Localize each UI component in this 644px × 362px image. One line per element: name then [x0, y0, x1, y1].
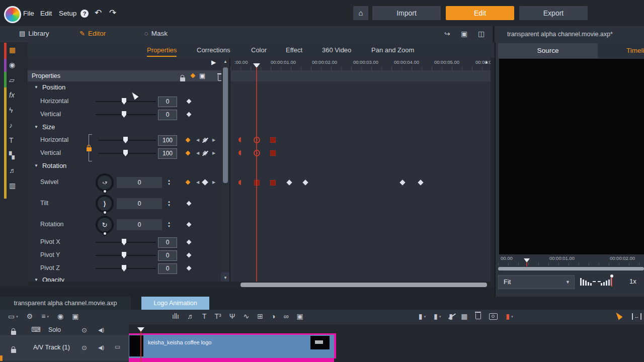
effects-icon[interactable]: fx — [9, 92, 22, 99]
size-vertical-slider[interactable] — [98, 153, 156, 154]
export-button[interactable]: Export — [519, 6, 588, 20]
zoom-mode-dropdown[interactable]: Fit ▼ — [498, 275, 575, 289]
section-size[interactable]: ▼Size — [34, 123, 55, 131]
next-keyframe-icon[interactable]: ▶ — [212, 138, 215, 142]
eye-icon[interactable]: ⊙ — [82, 344, 87, 351]
pivot-x-slider[interactable] — [96, 242, 156, 243]
section-rotation[interactable]: ▼Rotation — [34, 162, 66, 169]
position-horizontal-value[interactable]: 0 — [158, 97, 177, 107]
scorefitter-icon[interactable]: ♬ — [187, 313, 194, 320]
scrollbar-thumb[interactable] — [223, 67, 228, 183]
speaker-icon[interactable]: ◀) — [98, 327, 104, 333]
keyframe-active-icon[interactable] — [186, 138, 191, 143]
keyframe-add-icon[interactable] — [187, 240, 192, 245]
music-icon[interactable]: ♪ — [9, 122, 22, 129]
playhead-handle[interactable] — [524, 258, 530, 262]
size-link-lock-icon[interactable] — [87, 147, 92, 151]
title-editor-icon[interactable]: T — [202, 313, 207, 320]
tab-effect[interactable]: Effect — [286, 46, 302, 56]
tilt-spin-buttons[interactable]: ▴▾ — [166, 200, 173, 207]
image-icon[interactable]: ▣ — [199, 72, 205, 79]
home-button[interactable]: ⌂ — [353, 6, 368, 20]
pivot-y-value[interactable]: 0 — [158, 250, 177, 261]
lock-icon[interactable] — [11, 331, 16, 335]
keyframe-h-scrollbar[interactable] — [240, 283, 487, 287]
subtrack-icon[interactable]: ▭ — [115, 343, 120, 350]
tab-subproject[interactable]: Logo Animation — [141, 297, 209, 310]
videos-icon[interactable]: ◉ — [9, 61, 22, 68]
export-frame-icon[interactable]: ▣ — [72, 313, 78, 320]
marker-in-icon[interactable]: ▮▾ — [419, 313, 426, 320]
tab-library[interactable]: ▤ Library — [19, 30, 49, 37]
eye-icon[interactable]: ⊙ — [82, 326, 87, 334]
rotation-value[interactable]: 0 — [117, 219, 162, 230]
tab-360-video[interactable]: 360 Video — [322, 46, 351, 56]
size-horizontal-keyframe[interactable] — [238, 137, 241, 142]
swivel-dial[interactable]: ↺ — [96, 173, 114, 192]
size-vertical-keyframe[interactable] — [270, 150, 276, 156]
camera-icon[interactable] — [489, 313, 498, 320]
menu-edit[interactable]: Edit — [40, 10, 52, 17]
clip-audio-strip[interactable] — [129, 358, 334, 362]
pivot-z-slider[interactable] — [96, 268, 156, 269]
pivot-y-slider[interactable] — [96, 255, 156, 256]
speaker-icon[interactable]: ◀) — [98, 344, 104, 351]
track-display-icon[interactable]: ▭▾ — [8, 313, 18, 320]
title-3d-icon[interactable]: T³ — [215, 313, 221, 320]
help-icon[interactable]: ? — [80, 10, 89, 18]
transitions-icon[interactable]: ϟ — [9, 107, 22, 114]
prev-keyframe-icon[interactable]: ◀ — [196, 151, 199, 155]
keyboard-media-icon[interactable]: ▥ — [9, 182, 22, 189]
dual-view-icon[interactable]: ◫ — [478, 30, 485, 38]
mask-tool-icon[interactable]: ◑ — [271, 313, 275, 320]
prev-keyframe-icon[interactable]: ◀ — [196, 180, 199, 185]
keyframe-active-icon[interactable] — [186, 151, 191, 156]
prev-keyframe-icon[interactable]: ◀ — [196, 138, 199, 142]
kf-playhead[interactable] — [253, 63, 260, 282]
playback-rate[interactable]: 1x — [629, 278, 636, 285]
next-keyframe-icon[interactable]: ▶ — [212, 180, 215, 185]
tilt-value[interactable]: 0 — [117, 198, 162, 209]
blend-icon[interactable]: ∞ — [283, 313, 288, 320]
size-horizontal-slider[interactable] — [98, 140, 156, 141]
import-button[interactable]: Import — [372, 6, 441, 20]
position-horizontal-slider[interactable] — [96, 101, 156, 102]
lock-icon[interactable] — [11, 349, 16, 353]
tab-preview-timeline[interactable]: Timeline — [599, 43, 644, 58]
select-tool-icon[interactable] — [614, 311, 622, 320]
rotation-dial[interactable]: ↻ — [96, 216, 114, 234]
keyframe-add-icon[interactable] — [187, 99, 192, 104]
properties-scrollbar[interactable]: ▲ — [221, 58, 229, 282]
float-window-icon[interactable]: ▣ — [461, 30, 467, 38]
next-keyframe-icon[interactable]: ▶ — [212, 151, 215, 155]
trash-icon[interactable] — [475, 313, 481, 319]
multicam-icon[interactable]: ⊞ — [257, 313, 263, 320]
swivel-keyframe[interactable] — [238, 180, 241, 185]
size-vertical-value[interactable]: 100 — [158, 148, 177, 159]
keyframe-current-icon[interactable] — [202, 179, 208, 186]
clip-keisha-logo[interactable]: keisha_keisha coffee logo — [129, 333, 336, 358]
swivel-keyframe[interactable] — [270, 180, 276, 186]
keyframe-add-icon[interactable] — [187, 253, 192, 258]
menu-file[interactable]: File — [23, 10, 34, 17]
snapshot-icon[interactable]: ▣ — [296, 313, 303, 320]
keyframe-add-icon[interactable] — [187, 112, 192, 117]
keyframe-add-icon[interactable] — [187, 266, 192, 271]
position-vertical-value[interactable]: 0 — [158, 110, 177, 120]
keyboard-icon[interactable]: ⌨ — [31, 326, 41, 333]
disc-export-icon[interactable]: ◉ — [57, 313, 63, 320]
tab-project[interactable]: transparent alpha channel.movie.axp — [0, 297, 131, 310]
settings-icon[interactable]: ⚙ — [27, 313, 33, 320]
keyframe-timeline[interactable]: :00.00 00:00:01.00 00:00:02.00 00:00:03.… — [230, 58, 491, 282]
slider-thumb[interactable] — [122, 252, 126, 258]
swivel-keyframe[interactable] — [418, 179, 423, 185]
lock-icon[interactable] — [180, 77, 185, 81]
pivot-x-value[interactable]: 0 — [158, 237, 177, 248]
preview-ruler[interactable]: 00.00 00:00:01.00 00:00:02.00 — [498, 254, 644, 266]
preview-h-scrollbar[interactable] — [498, 267, 644, 270]
scorefitter-icon[interactable]: ♬ — [9, 167, 22, 174]
detail-view-icon[interactable]: ▦ — [461, 313, 467, 320]
tab-corrections[interactable]: Corrections — [197, 46, 230, 56]
size-horizontal-keyframe[interactable] — [270, 137, 276, 143]
keyframe-active-icon[interactable] — [186, 180, 191, 185]
